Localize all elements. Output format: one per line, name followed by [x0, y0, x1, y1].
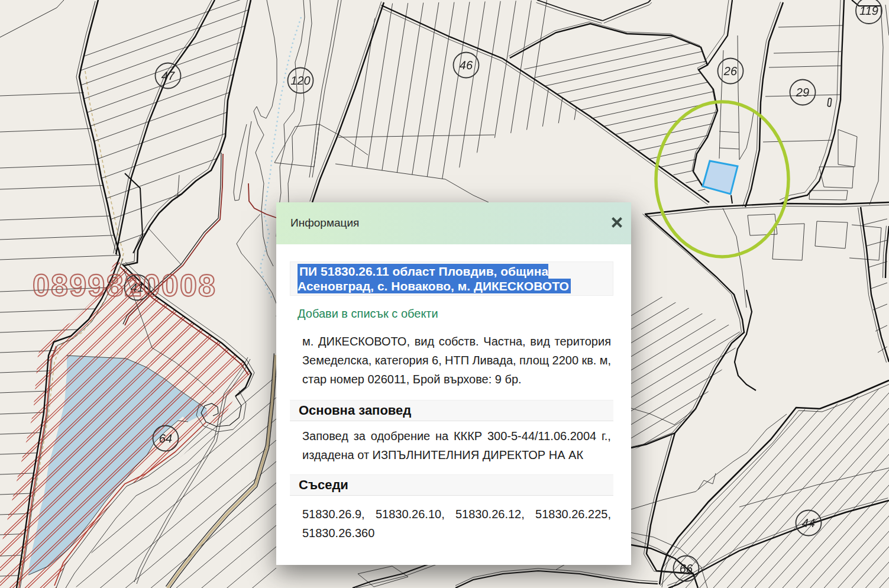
svg-text:119: 119 — [859, 4, 878, 17]
svg-text:66: 66 — [680, 562, 693, 575]
svg-text:26: 26 — [723, 64, 738, 77]
svg-text:0899820008: 0899820008 — [33, 268, 216, 302]
svg-text:29: 29 — [796, 86, 809, 99]
svg-text:44: 44 — [802, 516, 815, 529]
svg-text:46: 46 — [460, 59, 473, 72]
svg-text:64: 64 — [159, 432, 172, 445]
svg-text:120: 120 — [290, 74, 310, 87]
svg-text:47: 47 — [161, 69, 175, 82]
